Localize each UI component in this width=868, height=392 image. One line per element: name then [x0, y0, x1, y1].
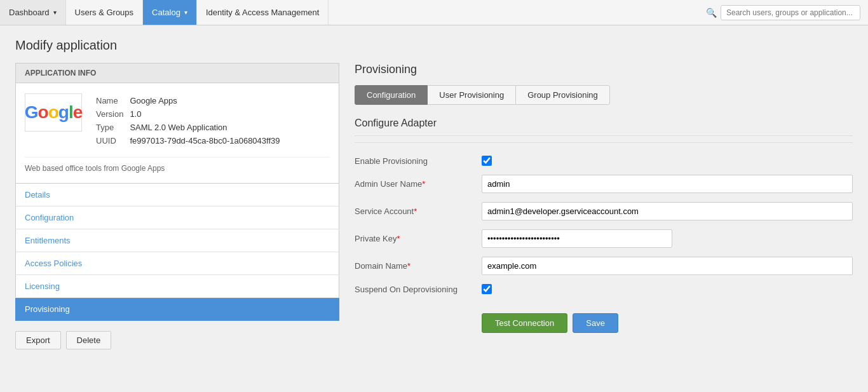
private-key-required: *: [397, 234, 400, 243]
uuid-value: fe997013-79dd-45ca-8bc0-1a068043ff39: [130, 135, 285, 147]
google-logo-text: Google: [25, 102, 82, 123]
export-button[interactable]: Export: [15, 331, 61, 349]
nav-iam[interactable]: Identity & Access Management: [197, 0, 329, 25]
app-type-row: Type SAML 2.0 Web Application: [96, 121, 285, 133]
service-account-required: *: [414, 206, 417, 216]
uuid-label: UUID: [96, 135, 128, 147]
version-value: 1.0: [130, 108, 285, 120]
domain-name-label: Domain Name*: [355, 261, 482, 271]
service-account-input[interactable]: [482, 202, 853, 220]
domain-name-required: *: [407, 261, 410, 271]
right-panel: Provisioning Configuration User Provisio…: [355, 63, 853, 349]
app-fields-table: Name Google Apps Version 1.0 Type SAML 2…: [95, 93, 287, 148]
nav-users-groups[interactable]: Users & Groups: [66, 0, 143, 25]
type-value: SAML 2.0 Web Application: [130, 121, 285, 133]
page-title: Modify application: [15, 38, 853, 53]
admin-username-input[interactable]: [482, 175, 853, 193]
app-name-row: Name Google Apps: [96, 95, 285, 107]
service-account-label: Service Account*: [355, 206, 482, 216]
search-bar: 🔍: [706, 5, 868, 20]
save-button[interactable]: Save: [573, 313, 618, 333]
enable-provisioning-label: Enable Provisioning: [355, 156, 482, 166]
provisioning-title: Provisioning: [355, 63, 853, 76]
provisioning-tab-bar: Configuration User Provisioning Group Pr…: [355, 85, 853, 105]
enable-provisioning-row: Enable Provisioning: [355, 156, 853, 166]
nav-dashboard[interactable]: Dashboard ▾: [0, 0, 66, 25]
admin-username-label: Admin User Name*: [355, 179, 482, 189]
dashboard-dropdown-icon: ▾: [53, 9, 57, 16]
nav-users-groups-label: Users & Groups: [75, 8, 133, 17]
action-buttons: Test Connection Save: [355, 313, 853, 333]
type-label: Type: [96, 121, 128, 133]
nav-dashboard-label: Dashboard: [9, 8, 50, 17]
sidebar-item-provisioning[interactable]: Provisioning: [15, 298, 339, 321]
domain-name-row: Domain Name*: [355, 257, 853, 275]
sidebar-item-configuration[interactable]: Configuration: [15, 206, 339, 229]
delete-button[interactable]: Delete: [66, 331, 112, 349]
enable-provisioning-checkbox[interactable]: [482, 156, 492, 166]
sidebar-item-licensing[interactable]: Licensing: [15, 275, 339, 298]
private-key-input[interactable]: [482, 229, 672, 248]
sidebar-item-details[interactable]: Details: [15, 184, 339, 206]
main-layout: APPLICATION INFO Google Name: [15, 63, 853, 349]
name-label: Name: [96, 95, 128, 107]
suspend-deprovisioning-label: Suspend On Deprovisioning: [355, 285, 482, 294]
app-info-body: Google Name Google Apps Version: [16, 83, 339, 183]
admin-username-row: Admin User Name*: [355, 175, 853, 193]
name-value: Google Apps: [130, 95, 285, 107]
nav-catalog[interactable]: Catalog ▾: [143, 0, 197, 25]
tab-group-provisioning[interactable]: Group Provisioning: [515, 85, 610, 105]
private-key-label: Private Key*: [355, 234, 482, 243]
tab-configuration[interactable]: Configuration: [355, 85, 428, 105]
bottom-buttons: Export Delete: [15, 331, 339, 349]
search-input[interactable]: [721, 5, 860, 20]
app-info-top: Google Name Google Apps Version: [25, 93, 330, 148]
configure-adapter-title: Configure Adapter: [355, 118, 853, 136]
version-label: Version: [96, 108, 128, 120]
search-icon: 🔍: [706, 8, 717, 18]
app-description: Web based office tools from Google Apps: [25, 157, 330, 173]
configure-divider: [355, 142, 853, 143]
app-uuid-row: UUID fe997013-79dd-45ca-8bc0-1a068043ff3…: [96, 135, 285, 147]
catalog-dropdown-icon: ▾: [184, 9, 187, 16]
app-logo: Google: [25, 93, 82, 132]
domain-name-input[interactable]: [482, 257, 853, 275]
suspend-deprovisioning-row: Suspend On Deprovisioning: [355, 284, 853, 294]
tab-user-provisioning[interactable]: User Provisioning: [427, 85, 516, 105]
app-version-row: Version 1.0: [96, 108, 285, 120]
service-account-row: Service Account*: [355, 202, 853, 220]
left-nav: Details Configuration Entitlements Acces…: [15, 184, 339, 321]
sidebar-item-access-policies[interactable]: Access Policies: [15, 252, 339, 275]
suspend-deprovisioning-checkbox[interactable]: [482, 284, 492, 294]
sidebar-item-entitlements[interactable]: Entitlements: [15, 229, 339, 252]
nav-iam-label: Identity & Access Management: [206, 8, 319, 17]
test-connection-button[interactable]: Test Connection: [482, 313, 567, 333]
page-content: Modify application APPLICATION INFO Goog…: [0, 25, 868, 362]
admin-username-required: *: [422, 179, 425, 189]
top-navigation: Dashboard ▾ Users & Groups Catalog ▾ Ide…: [0, 0, 868, 25]
enable-provisioning-checkbox-wrap: [482, 156, 492, 166]
left-panel: APPLICATION INFO Google Name: [15, 63, 339, 349]
app-fields: Name Google Apps Version 1.0 Type SAML 2…: [95, 93, 287, 148]
suspend-deprovisioning-checkbox-wrap: [482, 284, 492, 294]
app-info-header: APPLICATION INFO: [16, 64, 339, 83]
nav-catalog-label: Catalog: [152, 8, 180, 17]
app-info-box: APPLICATION INFO Google Name: [15, 63, 339, 184]
configure-adapter-section: Configure Adapter Enable Provisioning Ad…: [355, 118, 853, 346]
private-key-row: Private Key*: [355, 229, 853, 248]
